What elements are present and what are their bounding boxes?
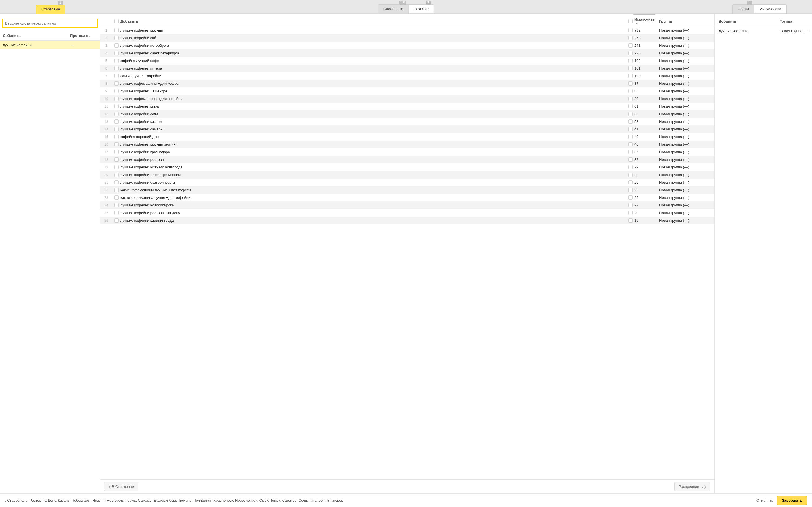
exclude-checkbox[interactable]: [628, 165, 633, 169]
add-checkbox[interactable]: [114, 74, 119, 78]
table-row[interactable]: 10лучшие кофемашины +для кофейни80Новая …: [100, 95, 714, 103]
row-group: Новая группа (—): [658, 59, 714, 63]
mid-head-exclude[interactable]: Исключить ▼: [635, 17, 658, 25]
select-all-exclude-checkbox[interactable]: [628, 19, 633, 23]
table-row[interactable]: 5кофейня лучший кофе102Новая группа (—): [100, 57, 714, 64]
tab-nested[interactable]: Вложенные 100: [378, 4, 408, 13]
table-row[interactable]: 11лучшие кофейни мира61Новая группа (—): [100, 103, 714, 110]
tab-minus-label: Минус-слова: [759, 7, 781, 11]
exclude-checkbox[interactable]: [628, 203, 633, 207]
table-row[interactable]: 22какие кофемашины лучшие +для кофеен26Н…: [100, 186, 714, 194]
exclude-checkbox[interactable]: [628, 66, 633, 70]
add-checkbox[interactable]: [114, 173, 119, 177]
table-row[interactable]: 24лучшие кофейни новосибирска22Новая гру…: [100, 202, 714, 209]
tab-minus-words[interactable]: Минус-слова: [754, 4, 786, 13]
add-checkbox[interactable]: [114, 104, 119, 108]
finish-button[interactable]: Завершить: [777, 496, 807, 505]
table-row[interactable]: 19лучшие кофейни нижнего новгорода29Нова…: [100, 163, 714, 171]
table-row[interactable]: 9лучшие кофейни +в центре86Новая группа …: [100, 87, 714, 95]
regions-text: , Ставрополь, Ростов-на-Дону, Казань, Че…: [5, 498, 756, 503]
tab-similar[interactable]: Похожие 33: [408, 4, 434, 13]
exclude-checkbox[interactable]: [628, 81, 633, 86]
select-all-add-checkbox[interactable]: [114, 19, 119, 23]
add-checkbox[interactable]: [114, 180, 119, 184]
exclude-checkbox[interactable]: [628, 218, 633, 223]
exclude-checkbox[interactable]: [628, 97, 633, 101]
row-group: Новая группа (—): [658, 158, 714, 162]
add-checkbox[interactable]: [114, 188, 119, 192]
exclude-checkbox[interactable]: [628, 180, 633, 184]
exclude-checkbox[interactable]: [628, 195, 633, 200]
table-row[interactable]: 14лучшие кофейни самары41Новая группа (—…: [100, 125, 714, 133]
add-checkbox[interactable]: [114, 59, 119, 63]
exclude-checkbox[interactable]: [628, 43, 633, 48]
seed-input[interactable]: [2, 18, 98, 27]
add-checkbox[interactable]: [114, 142, 119, 147]
table-row[interactable]: 26лучшие кофейни калининграда19Новая гру…: [100, 217, 714, 224]
add-checkbox[interactable]: [114, 28, 119, 33]
add-checkbox[interactable]: [114, 203, 119, 207]
exclude-checkbox[interactable]: [628, 59, 633, 63]
table-row[interactable]: 20лучшие кофейни +в центре москвы28Новая…: [100, 171, 714, 179]
table-row[interactable]: 3лучшие кофейни петербурга241Новая групп…: [100, 42, 714, 49]
exclude-checkbox[interactable]: [628, 173, 633, 177]
exclude-checkbox[interactable]: [628, 104, 633, 108]
tab-start[interactable]: Стартовые 1: [36, 4, 65, 13]
tab-phrases[interactable]: Фразы 1: [733, 4, 754, 13]
table-row[interactable]: 15кофейня хороший день40Новая группа (—): [100, 133, 714, 140]
table-row[interactable]: 1лучшие кофейни москвы732Новая группа (—…: [100, 26, 714, 34]
add-checkbox[interactable]: [114, 66, 119, 70]
right-row[interactable]: лучшие кофейни Новая группа (—: [715, 26, 812, 35]
exclude-checkbox[interactable]: [628, 211, 633, 215]
add-checkbox[interactable]: [114, 119, 119, 124]
table-row[interactable]: 16лучшие кофейни москвы рейтинг40Новая г…: [100, 140, 714, 148]
exclude-checkbox[interactable]: [628, 51, 633, 55]
exclude-checkbox[interactable]: [628, 142, 633, 147]
add-checkbox[interactable]: [114, 89, 119, 93]
add-checkbox[interactable]: [114, 112, 119, 116]
exclude-checkbox[interactable]: [628, 127, 633, 131]
exclude-checkbox[interactable]: [628, 119, 633, 124]
add-checkbox[interactable]: [114, 211, 119, 215]
exclude-checkbox[interactable]: [628, 36, 633, 40]
add-checkbox[interactable]: [114, 51, 119, 55]
table-row[interactable]: 6лучшие кофейни питера101Новая группа (—…: [100, 64, 714, 72]
distribute-button[interactable]: Распределить ❯: [674, 482, 711, 491]
table-row[interactable]: 18лучшие кофейни ростова32Новая группа (…: [100, 156, 714, 163]
table-row[interactable]: 12лучшие кофейни сочи55Новая группа (—): [100, 110, 714, 118]
add-checkbox[interactable]: [114, 81, 119, 86]
exclude-checkbox[interactable]: [628, 28, 633, 33]
table-row[interactable]: 17лучшие кофейни краснодара37Новая групп…: [100, 148, 714, 156]
add-checkbox[interactable]: [114, 195, 119, 200]
exclude-checkbox[interactable]: [628, 135, 633, 139]
table-row[interactable]: 25лучшие кофейни ростова +на дону20Новая…: [100, 209, 714, 217]
table-row[interactable]: 21лучшие кофейни екатеринбурга26Новая гр…: [100, 179, 714, 186]
exclude-checkbox[interactable]: [628, 89, 633, 93]
add-checkbox[interactable]: [114, 165, 119, 169]
seed-row[interactable]: лучшие кофейни —: [0, 41, 100, 49]
row-group: Новая группа (—): [658, 36, 714, 40]
table-row[interactable]: 2лучшие кофейни спб258Новая группа (—): [100, 34, 714, 42]
exclude-checkbox[interactable]: [628, 74, 633, 78]
add-checkbox[interactable]: [114, 150, 119, 154]
table-row[interactable]: 4лучшие кофейни санкт петербурга226Новая…: [100, 49, 714, 57]
row-group: Новая группа (—): [658, 127, 714, 131]
add-checkbox[interactable]: [114, 218, 119, 223]
exclude-checkbox[interactable]: [628, 188, 633, 192]
back-to-start-button[interactable]: ❮ В Стартовые: [104, 482, 138, 491]
table-row[interactable]: 23какая кофемашина лучше +для кофейни25Н…: [100, 194, 714, 202]
add-checkbox[interactable]: [114, 43, 119, 48]
add-checkbox[interactable]: [114, 135, 119, 139]
table-row[interactable]: 7самые лучшие кофейни100Новая группа (—): [100, 72, 714, 80]
exclude-checkbox[interactable]: [628, 158, 633, 162]
cancel-link[interactable]: Отменить: [756, 498, 773, 503]
table-row[interactable]: 8лучшие кофемашины +для кофеен87Новая гр…: [100, 80, 714, 87]
add-checkbox[interactable]: [114, 97, 119, 101]
table-row[interactable]: 13лучшие кофейни казани53Новая группа (—…: [100, 118, 714, 125]
add-checkbox[interactable]: [114, 158, 119, 162]
add-checkbox[interactable]: [114, 36, 119, 40]
keyword-rows[interactable]: 1лучшие кофейни москвы732Новая группа (—…: [100, 26, 714, 480]
add-checkbox[interactable]: [114, 127, 119, 131]
exclude-checkbox[interactable]: [628, 150, 633, 154]
exclude-checkbox[interactable]: [628, 112, 633, 116]
